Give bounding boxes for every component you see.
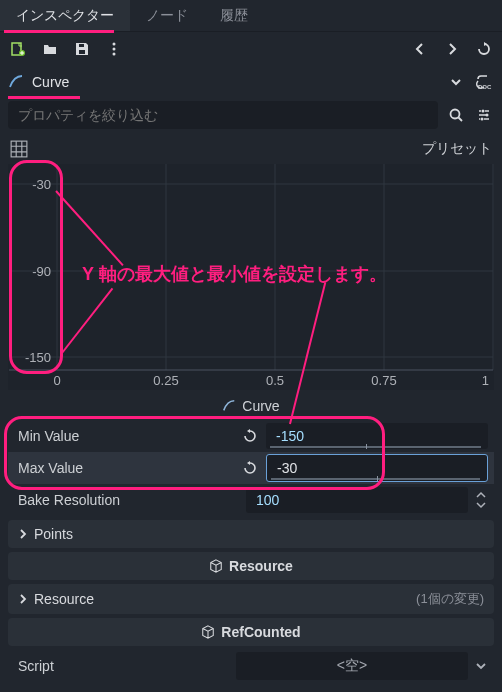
curve-section-label: Curve bbox=[8, 392, 494, 420]
property-filter-input[interactable] bbox=[8, 101, 438, 129]
script-value[interactable]: <空> bbox=[236, 652, 468, 680]
new-resource-icon[interactable] bbox=[8, 39, 28, 59]
svg-text:DOC: DOC bbox=[478, 84, 492, 90]
inspector-toolbar bbox=[0, 32, 502, 66]
max-value-reset-icon[interactable] bbox=[240, 460, 260, 476]
svg-point-6 bbox=[113, 53, 116, 56]
tab-node[interactable]: ノード bbox=[130, 0, 204, 31]
y-tick-0: -30 bbox=[32, 177, 51, 192]
bake-resolution-label: Bake Resolution bbox=[14, 492, 214, 508]
extra-menu-icon[interactable] bbox=[104, 39, 124, 59]
bake-resolution-field[interactable]: 100 bbox=[246, 487, 468, 513]
max-value-field[interactable]: -30 bbox=[266, 454, 488, 482]
svg-point-10 bbox=[486, 114, 489, 117]
min-value-label: Min Value bbox=[14, 428, 234, 444]
svg-rect-12 bbox=[11, 141, 27, 157]
svg-point-4 bbox=[113, 43, 116, 46]
section-resource-left[interactable]: Resource (1個の変更) bbox=[8, 584, 494, 614]
tab-history[interactable]: 履歴 bbox=[204, 0, 264, 31]
svg-rect-2 bbox=[79, 50, 85, 54]
section-refcounted[interactable]: RefCounted bbox=[8, 618, 494, 646]
load-resource-icon[interactable] bbox=[40, 39, 60, 59]
bake-resolution-spinner-icon[interactable] bbox=[474, 490, 488, 510]
prop-row-script: Script <空> bbox=[8, 650, 494, 682]
script-label: Script bbox=[14, 658, 230, 674]
filter-row bbox=[0, 98, 502, 132]
y-tick-1: -90 bbox=[32, 264, 51, 279]
x-tick-3: 0.75 bbox=[371, 373, 396, 388]
snap-icon[interactable] bbox=[10, 140, 28, 158]
resource-dropdown-icon[interactable] bbox=[446, 72, 466, 92]
search-icon[interactable] bbox=[446, 105, 466, 125]
curve-type-icon bbox=[8, 74, 24, 90]
x-tick-1: 0.25 bbox=[153, 373, 178, 388]
x-tick-4: 1 bbox=[482, 373, 489, 388]
filter-settings-icon[interactable] bbox=[474, 105, 494, 125]
save-resource-icon[interactable] bbox=[72, 39, 92, 59]
max-value-label: Max Value bbox=[14, 460, 234, 476]
prop-row-min-value: Min Value -150 bbox=[8, 420, 494, 452]
x-tick-2: 0.5 bbox=[266, 373, 284, 388]
tab-inspector[interactable]: インスペクター bbox=[0, 0, 130, 31]
x-tick-0: 0 bbox=[53, 373, 60, 388]
script-dropdown-icon[interactable] bbox=[474, 656, 488, 676]
resource-row: Curve DOC bbox=[0, 66, 502, 98]
svg-point-5 bbox=[113, 48, 116, 51]
curve-graph[interactable]: -30 -90 -150 0 0.25 0.5 0.75 1 bbox=[8, 164, 494, 390]
svg-point-11 bbox=[481, 118, 484, 121]
section-resource-center[interactable]: Resource bbox=[8, 552, 494, 580]
curve-section-text: Curve bbox=[242, 398, 279, 414]
min-value-reset-icon[interactable] bbox=[240, 428, 260, 444]
prop-row-max-value: Max Value -30 bbox=[8, 452, 494, 484]
doc-icon[interactable]: DOC bbox=[474, 72, 494, 92]
resource-name[interactable]: Curve bbox=[32, 74, 438, 90]
y-tick-2: -150 bbox=[25, 350, 51, 365]
section-points[interactable]: Points bbox=[8, 520, 494, 548]
history-forward-icon[interactable] bbox=[442, 39, 462, 59]
refresh-icon[interactable] bbox=[474, 39, 494, 59]
preset-label[interactable]: プリセット bbox=[422, 140, 492, 158]
min-value-field[interactable]: -150 bbox=[266, 423, 488, 449]
prop-row-bake-resolution: Bake Resolution 100 bbox=[8, 484, 494, 516]
svg-rect-3 bbox=[79, 44, 84, 47]
history-back-icon[interactable] bbox=[410, 39, 430, 59]
dock-tabs: インスペクター ノード 履歴 bbox=[0, 0, 502, 32]
graph-header: プリセット bbox=[8, 136, 494, 164]
svg-point-9 bbox=[482, 110, 485, 113]
svg-point-8 bbox=[451, 110, 460, 119]
